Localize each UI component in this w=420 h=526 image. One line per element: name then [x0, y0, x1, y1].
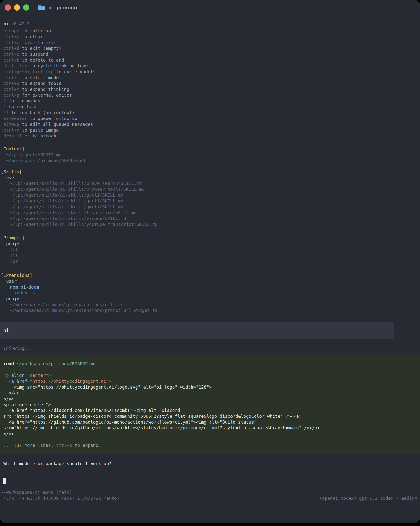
shortcut-row: ctrl+k to delete to end [1, 57, 417, 63]
prompts-header: [Prompts] [1, 235, 417, 241]
blank-line [3, 437, 420, 443]
shortcut-description: to suspend [22, 51, 48, 57]
skill-path: ~/.pi/agent/skills/pi-skills/gccli/SKILL… [1, 192, 417, 198]
prompts-section: [Prompts] project /cl/is/pr [1, 235, 417, 264]
prompts-scope: project [1, 241, 417, 247]
prompt-item: /is [1, 253, 417, 258]
shortcut-row: ctrl+d to exit (empty) [1, 45, 417, 51]
skill-path: ~/.pi/agent/skills/pi-skills/transcribe/… [1, 210, 417, 216]
shortcut-description: to run bash (no context) [11, 110, 75, 115]
extensions-header: [Extensions] [1, 273, 417, 278]
shortcut-description: to delete to end [22, 57, 64, 62]
shortcut-key: ctrl+g [3, 92, 19, 98]
shortcut-row: !! to run bash (no context) [1, 110, 417, 116]
shortcut-description: to interrupt [22, 28, 53, 33]
shortcut-row: shift+tab to cycle thinking level [1, 63, 417, 69]
shortcut-key: !! [3, 110, 9, 115]
skill-path: ~/.pi/agent/skills/pi-skills/gmcli/SKILL… [1, 204, 417, 210]
extensions-project-scope: project [1, 296, 417, 302]
shortcut-description: to queue follow-up [30, 116, 77, 121]
extension-paths: ~/workspaces/pi-mono/.pi/extensions/diff… [1, 302, 417, 313]
titlebar: π - pi-mono [0, 0, 420, 15]
shortcut-description: for commands [9, 98, 41, 103]
shortcut-key: ctrl+k [3, 57, 19, 62]
code-line: <p align="center"> [3, 402, 420, 407]
file-preview: <p align="center"> <a href="https://shit… [3, 373, 420, 437]
context-section: [Context] ~/.pi/agent/AGENTS.md~/workspa… [1, 146, 417, 163]
text-cursor [3, 478, 6, 484]
shortcut-row: ctrl+v to paste image [1, 127, 417, 133]
shortcut-description: to paste image [22, 128, 59, 132]
code-line: <a href="https://shittycodingagent.ai"> [3, 378, 420, 384]
code-line: <a href="https://github.com/badlogic/pi-… [3, 419, 420, 425]
window-title: π - pi-mono [48, 5, 77, 10]
status-bar: ~/workspaces/pi-mono (main) ↑4.7k ↓44 R3… [1, 489, 417, 501]
shortcut-key: escape [3, 28, 19, 33]
shortcut-row: ctrl+g for external editor [1, 92, 417, 98]
shortcut-key: ctrl+t [3, 87, 19, 92]
shortcut-row: ctrl+c twice to exit [1, 40, 417, 45]
code-line: <img src="https://shittycodingagent.ai/l… [3, 384, 420, 390]
shortcut-description: to edit all queued messages [22, 122, 93, 127]
shortcut-list: escape to interruptctrl+c to clearctrl+c… [1, 28, 417, 139]
tool-call-header: read ~/workspaces/pi-mono/README.md [3, 361, 420, 367]
shortcut-row: drop files to attach [1, 133, 417, 139]
truncation-hint: ... (37 more lines, ctrl+o to expand) [3, 443, 420, 448]
skill-path: ~/.pi/agent/skills/pi-skills/youtube-tra… [1, 221, 417, 227]
context-path: ~/.pi/agent/AGENTS.md [1, 152, 417, 158]
extension-npm-package: npm:pi-doom [1, 284, 417, 290]
zoom-button[interactable] [23, 4, 30, 11]
session-log: pi v0.49.3 escape to interruptctrl+c to … [0, 15, 420, 501]
shortcut-description: to expand thinking [22, 87, 69, 92]
shortcut-description: to attach [32, 133, 56, 138]
shortcut-key: ctrl+c twice [3, 40, 35, 45]
terminal-window: π - pi-mono pi v0.49.3 escape to interru… [0, 0, 420, 523]
skills-section: [Skills] user ~/.pi/agent/skills/pi-skil… [1, 169, 417, 227]
skills-header: [Skills] [1, 169, 417, 175]
prompt-input[interactable] [1, 475, 419, 486]
app-name: pi [3, 21, 9, 26]
prompt-item: /pr [1, 258, 417, 264]
tool-name: read [3, 361, 14, 366]
shortcut-row: ctrl+c to clear [1, 34, 417, 40]
shortcut-row: ctrl+z to suspend [1, 51, 417, 57]
shortcut-description: to expand tools [22, 81, 61, 86]
shortcut-description: to cycle thinking level [30, 63, 90, 68]
code-line: <p align="center"> [3, 373, 420, 378]
tool-call-read-block: read ~/workspaces/pi-mono/README.md <p a… [0, 355, 420, 454]
code-line: </p> [3, 431, 420, 437]
prompt-items: /cl/is/pr [1, 247, 417, 264]
shortcut-key: ctrl+l [3, 75, 19, 80]
context-paths: ~/.pi/agent/AGENTS.md~/workspaces/pi-mon… [1, 152, 417, 163]
user-message: hi [0, 322, 394, 339]
shortcut-row: alt+enter to queue follow-up [1, 116, 417, 121]
shortcut-key: ctrl+v [3, 128, 19, 132]
close-button[interactable] [5, 4, 11, 11]
shortcut-key: ctrl+d [3, 46, 19, 51]
skill-path: ~/.pi/agent/skills/pi-skills/browser-too… [1, 186, 417, 192]
shortcut-key: alt+up [3, 122, 19, 127]
shortcut-key: alt+enter [3, 116, 27, 121]
shortcut-key: / [3, 98, 6, 103]
thinking-indicator: Thinking... [1, 345, 417, 351]
shortcut-row: escape to interrupt [1, 28, 417, 34]
skills-scope: user [1, 175, 417, 181]
shortcut-description: to run bash [9, 104, 38, 109]
shortcut-row: / for commands [1, 98, 417, 104]
skill-path: ~/.pi/agent/skills/pi-skills/brave-searc… [1, 181, 417, 186]
app-version-line: pi v0.49.3 [1, 21, 417, 27]
shortcut-key: ctrl+c [3, 34, 19, 39]
shortcut-key: ctrl+o [3, 81, 19, 86]
prompt-item: /cl [1, 247, 417, 253]
shortcut-key: ctrl+z [3, 51, 19, 57]
shortcut-row: ctrl+o to expand tools [1, 81, 417, 86]
skill-path: ~/.pi/agent/skills/pi-skills/gdcli/SKILL… [1, 198, 417, 204]
shortcut-key: drop files [3, 133, 30, 138]
code-line: </a> [3, 390, 420, 396]
minimize-button[interactable] [14, 4, 20, 11]
folder-icon [38, 5, 45, 11]
token-usage-stats: ↑4.7k ↓44 R3.8k $0.009 (sub) 1.7%/272k (… [1, 495, 120, 501]
shortcut-key: shift+tab [3, 63, 27, 68]
context-path: ~/workspaces/pi-mono/AGENTS.md [1, 158, 417, 163]
traffic-lights [5, 4, 30, 11]
